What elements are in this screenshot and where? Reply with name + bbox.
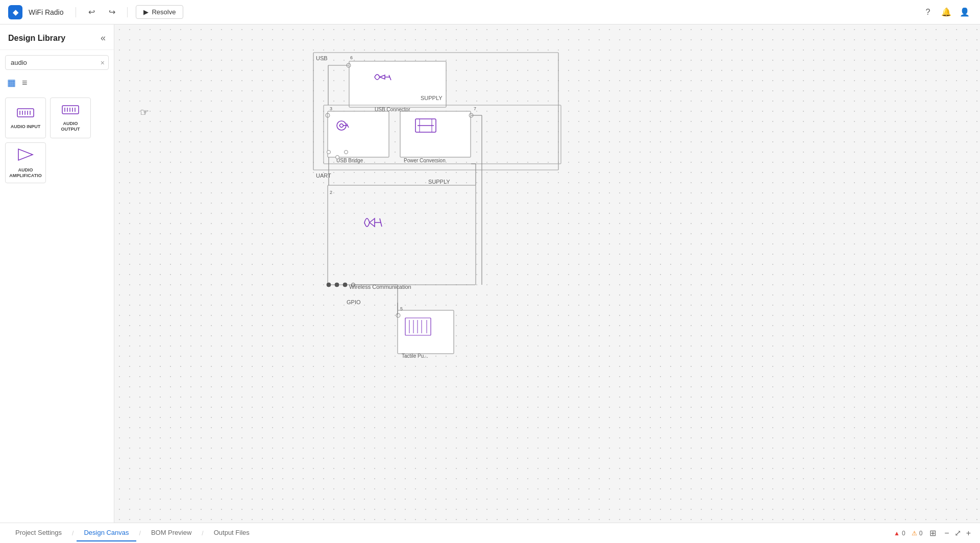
- tab-output-files[interactable]: Output Files: [207, 525, 257, 541]
- svg-rect-34: [415, 119, 436, 132]
- svg-text:2: 2: [330, 190, 332, 195]
- svg-text:3: 3: [330, 106, 332, 111]
- component-audio-input[interactable]: AUDIO INPUT: [5, 97, 46, 138]
- search-clear-button[interactable]: ×: [101, 59, 105, 67]
- svg-rect-56: [405, 318, 431, 335]
- audio-amp-icon: [16, 147, 35, 165]
- tab-bom-preview[interactable]: BOM Preview: [144, 525, 199, 541]
- project-title: WiFi Radio: [29, 8, 63, 16]
- svg-rect-15: [349, 61, 446, 107]
- svg-text:Power Conversion: Power Conversion: [404, 158, 446, 163]
- svg-point-50: [343, 283, 347, 287]
- tab-design-canvas[interactable]: Design Canvas: [77, 525, 136, 541]
- svg-point-38: [327, 151, 331, 154]
- svg-line-20: [389, 75, 391, 80]
- resolve-button[interactable]: ▶ Resolve: [136, 5, 183, 19]
- component-grid: AUDIO INPUT AUDIO OUTPUT: [5, 97, 109, 183]
- warning-count: 0: [919, 530, 923, 537]
- component-audio-output[interactable]: AUDIO OUTPUT: [50, 97, 91, 138]
- tab-project-settings[interactable]: Project Settings: [8, 525, 69, 541]
- audio-output-icon: [61, 104, 80, 119]
- svg-rect-22: [324, 105, 561, 164]
- sidebar-scroll: AUDIO INPUT AUDIO OUTPUT: [0, 93, 114, 523]
- svg-text:6: 6: [350, 55, 353, 60]
- sidebar-header: Design Library «: [0, 24, 114, 50]
- audio-input-icon: [16, 107, 35, 122]
- svg-rect-13: [313, 53, 558, 170]
- svg-point-51: [352, 283, 355, 287]
- svg-point-48: [327, 283, 331, 287]
- sidebar-title: Design Library: [8, 34, 65, 43]
- warning-icon: ⚠: [912, 530, 917, 537]
- help-button[interactable]: ?: [921, 5, 935, 19]
- svg-point-17: [347, 63, 351, 67]
- resolve-play-icon: ▶: [143, 8, 149, 16]
- svg-point-54: [396, 313, 400, 317]
- notifications-button[interactable]: 🔔: [939, 5, 953, 19]
- redo-button[interactable]: ↪: [105, 5, 119, 19]
- user-button[interactable]: 👤: [958, 5, 972, 19]
- resolve-label: Resolve: [152, 8, 176, 16]
- svg-text:5: 5: [400, 306, 403, 311]
- topbar-separator: [76, 7, 76, 17]
- error-icon: ▲: [894, 530, 900, 537]
- grid-toggle-button[interactable]: ⊞: [928, 527, 937, 539]
- svg-text:USB Connector: USB Connector: [375, 107, 410, 112]
- component-audio-amplification[interactable]: AUDIO AMPLIFICATIO: [5, 142, 46, 183]
- topbar: ◆ WiFi Radio ↩ ↪ ▶ Resolve ? 🔔 👤: [0, 0, 980, 24]
- undo-button[interactable]: ↩: [84, 5, 99, 19]
- svg-text:UART: UART: [316, 172, 331, 179]
- warning-status: ⚠ 0: [912, 530, 923, 537]
- zoom-controls: − ⤢ +: [943, 527, 972, 539]
- svg-point-32: [469, 113, 473, 117]
- error-status: ▲ 0: [894, 530, 905, 537]
- svg-marker-12: [18, 149, 33, 160]
- svg-point-39: [336, 156, 339, 159]
- error-count: 0: [902, 530, 905, 537]
- svg-text:7: 7: [474, 106, 476, 111]
- audio-output-label: AUDIO OUTPUT: [54, 121, 87, 132]
- search-input[interactable]: [5, 55, 109, 70]
- view-toggle: ▦ ≡: [0, 74, 114, 93]
- svg-point-27: [337, 121, 346, 130]
- topbar-separator-2: [127, 7, 128, 17]
- svg-rect-23: [328, 111, 389, 157]
- svg-text:SUPPLY: SUPPLY: [428, 179, 450, 185]
- svg-text:USB: USB: [316, 55, 328, 61]
- svg-text:USB Bridge: USB Bridge: [336, 158, 363, 163]
- zoom-in-button[interactable]: +: [965, 528, 972, 539]
- cursor-indicator: ☞: [140, 106, 149, 118]
- main-area: Design Library « × ▦ ≡: [0, 24, 980, 523]
- topbar-right: ? 🔔 👤: [921, 5, 972, 19]
- sidebar: Design Library « × ▦ ≡: [0, 24, 114, 523]
- diagram-svg: USB USB Connector 6 SUPPLY USB Bridge: [114, 24, 980, 484]
- svg-line-29: [347, 124, 349, 128]
- svg-point-49: [335, 283, 339, 287]
- search-box: ×: [5, 55, 109, 70]
- svg-text:Wireless Communication: Wireless Communication: [349, 284, 411, 290]
- svg-line-46: [380, 218, 382, 227]
- canvas-area[interactable]: ☞ USB USB Connector 6 SUPPLY: [114, 24, 980, 523]
- app-logo: ◆: [8, 5, 22, 19]
- audio-input-label: AUDIO INPUT: [11, 124, 41, 130]
- svg-rect-53: [398, 310, 454, 354]
- svg-point-25: [326, 113, 330, 117]
- grid-view-button[interactable]: ▦: [5, 76, 18, 89]
- svg-text:SUPPLY: SUPPLY: [421, 95, 443, 101]
- collapse-sidebar-button[interactable]: «: [101, 33, 106, 43]
- svg-point-40: [345, 151, 348, 154]
- svg-rect-30: [400, 111, 471, 157]
- audio-amp-label: AUDIO AMPLIFICATIO: [9, 167, 42, 179]
- bottombar-right: ▲ 0 ⚠ 0 ⊞ − ⤢ +: [894, 527, 972, 539]
- zoom-out-button[interactable]: −: [943, 528, 950, 539]
- svg-text:Tactile Pu...: Tactile Pu...: [402, 353, 428, 359]
- svg-rect-42: [328, 185, 476, 285]
- bottombar: Project Settings / Design Canvas / BOM P…: [0, 523, 980, 543]
- list-view-button[interactable]: ≡: [20, 76, 30, 89]
- zoom-fit-button[interactable]: ⤢: [953, 527, 962, 539]
- svg-text:GPIO: GPIO: [347, 299, 361, 305]
